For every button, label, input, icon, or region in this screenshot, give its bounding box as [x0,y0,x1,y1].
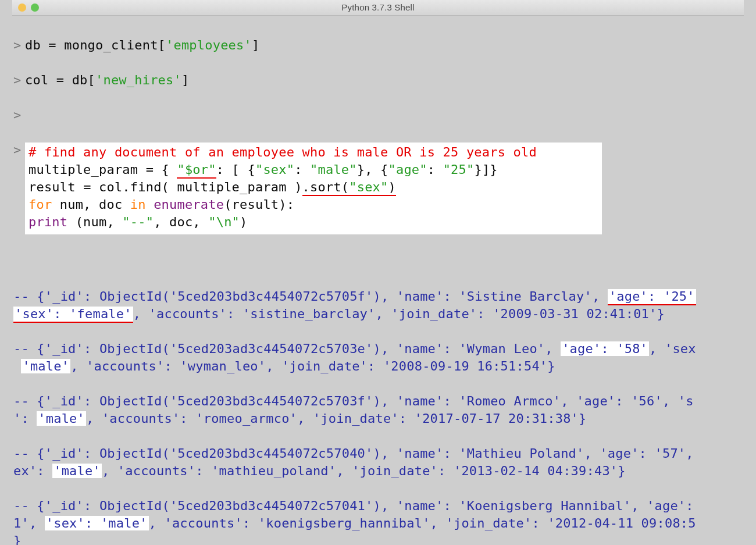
sort-call: .sort("sex") [302,180,396,196]
highlighted-age: 'age': '25' [608,289,696,305]
highlighted-sex: 'sex': 'female' [13,307,133,323]
prompt-marker: > [13,141,25,236]
output-record: -- {'_id': ObjectId('5ced203bd3c4454072c… [13,289,696,323]
window-titlebar: Python 3.7.3 Shell [12,0,744,16]
highlighted-sex: 'male' [52,464,102,478]
code-line: > [13,106,744,124]
prompt-marker: > [13,106,25,124]
code-line: ># find any document of an employee who … [13,141,744,236]
minimize-icon[interactable] [18,3,26,12]
highlighted-sex: 'male' [37,411,86,426]
shell-content[interactable]: >db = mongo_client['employees'] >col = d… [12,16,744,545]
code-comment: # find any document of an employee who i… [28,145,537,159]
output-record: -- {'_id': ObjectId('5ced203bd3c4454072c… [13,446,694,478]
or-operator: "$or" [177,162,216,179]
prompt-marker: > [13,72,25,89]
window-title: Python 3.7.3 Shell [12,0,744,16]
code-line: >db = mongo_client['employees'] [13,37,744,54]
highlighted-code-block: # find any document of an employee who i… [25,143,602,234]
zoom-icon[interactable] [31,3,39,12]
output-record: -- {'_id': ObjectId('5ced203bd3c4454072c… [13,394,694,426]
highlighted-age: 'age': '58' [561,341,649,356]
python-shell-window: Python 3.7.3 Shell >db = mongo_client['e… [12,0,744,545]
prompt-marker: > [13,37,25,54]
output-record: -- {'_id': ObjectId('5ced203ad3c4454072c… [13,341,696,373]
highlighted-sex: 'sex': 'male' [45,516,149,530]
highlighted-sex: 'male' [21,359,70,373]
code-line: >col = db['new_hires'] [13,72,744,89]
output-record: -- {'_id': ObjectId('5ced203bd3c4454072c… [13,498,696,545]
